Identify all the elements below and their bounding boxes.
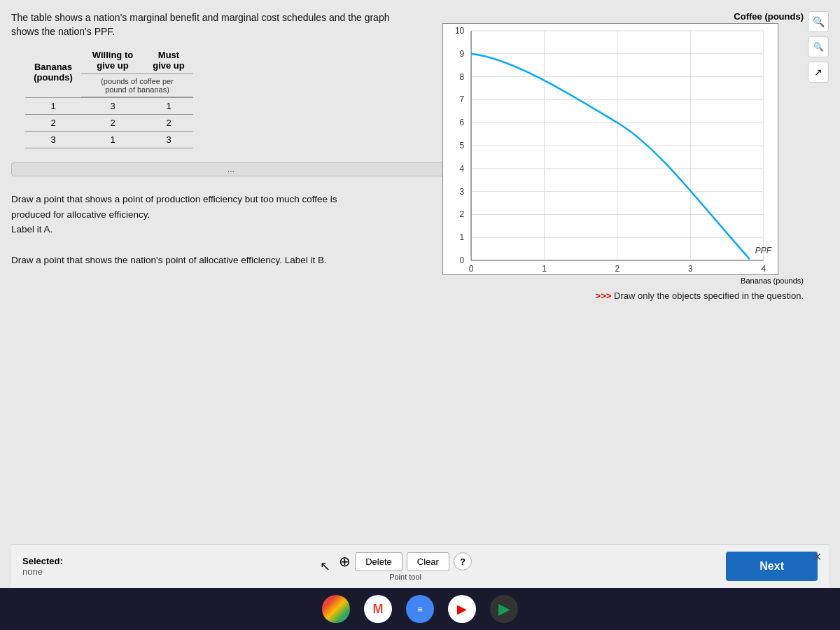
graph-title: Coffee (pounds) [734,11,804,22]
play-taskbar-icon[interactable]: ▶ [490,595,518,623]
intro-text: The table shows a nation's marginal bene… [11,11,403,38]
main-content: The table shows a nation's marginal bene… [0,0,840,588]
zoom-in-icon[interactable]: 🔍 [808,11,829,32]
svg-text:6: 6 [460,118,465,127]
cursor-tool[interactable]: ↖ [317,556,333,577]
svg-text:4: 4 [460,164,465,174]
svg-text:7: 7 [460,94,465,104]
table-row: 131 [25,97,193,115]
toolbar-area: Selected: none ↖ ⊕ Delete Clear ? Point … [11,544,829,588]
point-tool-group: ⊕ Delete Clear ? Point tool [339,552,472,581]
gmail-taskbar-icon[interactable]: M [364,595,392,623]
col-bananas-header: Bananas (pounds) [25,47,81,97]
chart-svg[interactable]: 10 9 8 7 6 5 4 3 2 1 0 0 [443,24,778,274]
svg-text:8: 8 [460,72,465,82]
svg-text:3: 3 [688,264,693,274]
next-button[interactable]: Next [726,552,818,581]
left-panel: The table shows a nation's marginal bene… [11,11,451,544]
svg-text:2: 2 [460,209,465,219]
top-section: The table shows a nation's marginal bene… [11,11,829,544]
svg-text:1: 1 [460,232,465,242]
svg-text:2: 2 [615,264,620,274]
selected-value: none [22,566,63,577]
svg-text:9: 9 [460,49,465,59]
svg-text:1: 1 [542,264,547,274]
clear-button[interactable]: Clear [407,552,449,571]
point-tool-icon[interactable]: ⊕ [339,553,351,570]
tool-buttons: ↖ ⊕ Delete Clear ? Point tool [317,552,472,581]
col-subheader: (pounds of coffee per pound of bananas) [81,74,193,98]
table-body: 131222313 [25,97,193,148]
col-must-header: Must give up [144,47,193,74]
table-wrapper: Bananas (pounds) Willing to give up Must… [25,47,451,148]
chrome-taskbar-icon[interactable] [322,595,350,623]
help-button[interactable]: ? [454,552,472,570]
table-row: 313 [25,132,193,148]
graph-area[interactable]: 10 9 8 7 6 5 4 3 2 1 0 0 [443,24,778,274]
point-tool-label: Point tool [389,573,421,581]
svg-text:PPF: PPF [755,246,772,255]
instructions: Draw a point that shows a point of produ… [11,192,403,267]
hint-text: >>> Draw only the objects specified in t… [596,290,804,301]
svg-text:4: 4 [761,264,766,274]
youtube-taskbar-icon[interactable]: ▶ [448,595,476,623]
hint-arrows: >>> [596,290,612,301]
col-willing-header: Willing to give up [81,47,144,74]
table-row: 222 [25,115,193,132]
svg-text:0: 0 [460,255,465,265]
graph-icons: 🔍 🔍 ↗ [808,11,829,83]
external-link-icon[interactable]: ↗ [808,62,829,83]
graph-container[interactable]: 10 9 8 7 6 5 4 3 2 1 0 0 [442,23,778,275]
zoom-out-icon[interactable]: 🔍 [808,36,829,57]
svg-text:3: 3 [460,187,465,197]
selected-label: Selected: [22,556,63,566]
close-icon[interactable]: ✕ [813,550,822,564]
selected-info: Selected: none [22,556,63,577]
expand-button[interactable]: ... [11,162,451,176]
svg-text:10: 10 [455,26,465,36]
data-table: Bananas (pounds) Willing to give up Must… [25,47,193,148]
docs-taskbar-icon[interactable]: ≡ [406,595,434,623]
delete-button[interactable]: Delete [355,552,402,571]
svg-text:5: 5 [460,141,465,150]
taskbar: M ≡ ▶ ▶ [0,588,840,630]
graph-x-label: Bananas (pounds) [741,276,804,285]
tool-top: ⊕ Delete Clear ? [339,552,472,571]
right-panel: 🔍 🔍 ↗ Coffee (pounds) [465,11,829,544]
svg-text:0: 0 [469,264,474,274]
